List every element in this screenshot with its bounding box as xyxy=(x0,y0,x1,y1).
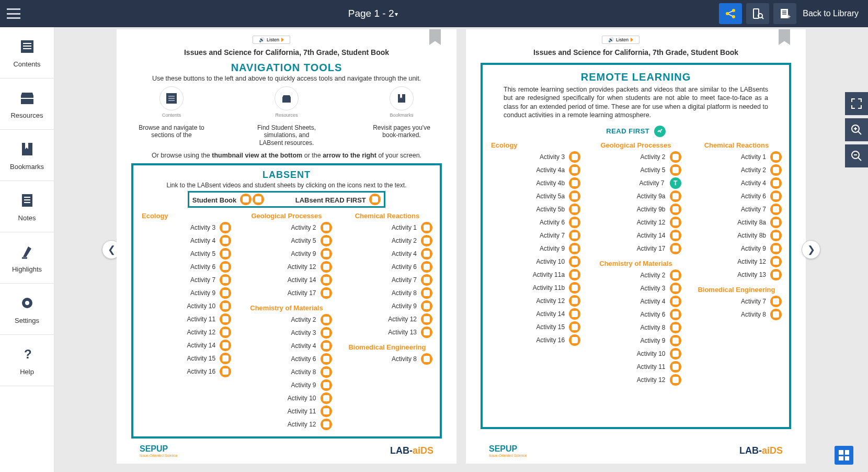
activity-link[interactable]: Activity 13 xyxy=(340,327,435,338)
link-icon[interactable] xyxy=(421,274,432,286)
link-icon[interactable] xyxy=(569,243,580,254)
tool-resources-icon[interactable] xyxy=(275,86,299,110)
activity-link[interactable]: Activity 9 xyxy=(588,335,683,346)
activity-link[interactable]: Activity 9 xyxy=(488,243,583,254)
link-icon[interactable] xyxy=(321,314,332,325)
activity-link[interactable]: Activity 8b xyxy=(689,230,784,241)
activity-link[interactable]: Activity 11 xyxy=(588,361,683,373)
link-icon[interactable] xyxy=(220,366,231,377)
activity-link[interactable]: Activity 9 xyxy=(139,287,233,299)
zoom-in-button[interactable] xyxy=(845,118,868,141)
link-icon[interactable] xyxy=(654,126,666,137)
activity-link[interactable]: Activity 12 xyxy=(488,295,583,307)
activity-link[interactable]: Activity 7 xyxy=(488,230,583,241)
link-icon[interactable] xyxy=(321,274,332,286)
link-icon[interactable] xyxy=(770,177,782,189)
link-icon[interactable] xyxy=(220,340,231,351)
activity-link[interactable]: Activity 2 xyxy=(588,269,683,281)
link-icon[interactable] xyxy=(670,335,681,346)
activity-link[interactable]: Activity 14 xyxy=(139,340,233,351)
link-icon[interactable] xyxy=(770,151,782,163)
link-icon[interactable] xyxy=(321,406,332,417)
link-icon[interactable] xyxy=(421,248,432,260)
activity-link[interactable]: Activity 3 xyxy=(239,327,334,339)
activity-link[interactable]: Activity 4 xyxy=(340,248,435,260)
book-search-button[interactable] xyxy=(746,3,769,24)
activity-link[interactable]: Activity 9 xyxy=(689,243,784,254)
activity-link[interactable]: Activity 2 xyxy=(239,314,334,325)
back-to-library-link[interactable]: Back to Library xyxy=(803,9,859,18)
activity-link[interactable]: Activity 6 xyxy=(588,309,683,320)
link-icon[interactable] xyxy=(569,217,580,228)
activity-link[interactable]: Activity 3 xyxy=(488,151,583,163)
link-icon[interactable] xyxy=(321,340,332,352)
activity-link[interactable]: Activity 11a xyxy=(488,269,583,280)
link-icon[interactable] xyxy=(670,269,681,281)
activity-link[interactable]: Activity 14 xyxy=(588,230,683,241)
link-icon[interactable] xyxy=(569,308,580,320)
link-icon[interactable] xyxy=(220,274,231,286)
activity-link[interactable]: Activity 6 xyxy=(689,190,784,202)
link-icon[interactable] xyxy=(670,309,681,320)
activity-link[interactable]: Activity 4a xyxy=(488,164,583,176)
activity-link[interactable]: Activity 11 xyxy=(239,406,334,417)
link-icon[interactable] xyxy=(421,313,432,325)
link-icon[interactable] xyxy=(770,269,782,280)
menu-button[interactable] xyxy=(0,0,27,27)
activity-link[interactable]: Activity 8a xyxy=(689,217,784,228)
link-icon[interactable] xyxy=(670,243,681,254)
activity-link[interactable]: Activity 17 xyxy=(239,287,334,299)
link-icon[interactable] xyxy=(321,419,332,430)
sidebar-item-resources[interactable]: Resources xyxy=(0,78,54,130)
activity-link[interactable]: Activity 2 xyxy=(340,235,435,246)
page-indicator[interactable]: Page 1 - 2▾ xyxy=(27,8,719,19)
fullscreen-button[interactable] xyxy=(845,92,868,115)
activity-link[interactable]: Activity 9 xyxy=(239,379,334,391)
link-icon[interactable] xyxy=(569,204,580,215)
link-icon[interactable] xyxy=(569,164,580,176)
link-icon[interactable] xyxy=(220,300,231,312)
activity-link[interactable]: Activity 7T xyxy=(588,177,683,189)
next-page-button[interactable]: ❯ xyxy=(802,240,820,259)
link-icon[interactable] xyxy=(321,222,332,233)
link-icon[interactable] xyxy=(569,151,580,163)
activity-link[interactable]: Activity 1 xyxy=(340,222,435,233)
activity-link[interactable]: Activity 15 xyxy=(488,321,583,333)
thumbnail-grid-button[interactable] xyxy=(835,446,853,465)
activity-link[interactable]: Activity 8 xyxy=(689,309,784,320)
link-icon[interactable] xyxy=(670,322,681,333)
activity-link[interactable]: Activity 11 xyxy=(139,313,233,325)
link-icon[interactable] xyxy=(770,217,782,228)
activity-link[interactable]: Activity 15 xyxy=(139,353,233,364)
link-icon[interactable] xyxy=(670,190,681,202)
activity-link[interactable]: Activity 7 xyxy=(689,204,784,215)
link-icon[interactable] xyxy=(220,313,231,325)
activity-link[interactable]: Activity 2 xyxy=(588,151,683,163)
bookmark-ribbon-icon[interactable] xyxy=(779,29,790,45)
link-icon[interactable] xyxy=(421,300,432,312)
link-icon[interactable] xyxy=(220,353,231,364)
share-button[interactable] xyxy=(719,3,742,24)
activity-link[interactable]: Activity 9 xyxy=(340,300,435,312)
activity-link[interactable]: Activity 10 xyxy=(588,348,683,359)
activity-link[interactable]: Activity 14 xyxy=(488,308,583,320)
link-icon[interactable] xyxy=(569,230,580,241)
link-icon[interactable] xyxy=(770,204,782,215)
link-icon[interactable] xyxy=(670,164,681,176)
link-icon[interactable] xyxy=(569,269,580,280)
activity-link[interactable]: Activity 8 xyxy=(340,287,435,299)
link-icon[interactable] xyxy=(220,248,231,260)
sidebar-item-bookmarks[interactable]: Bookmarks xyxy=(0,130,54,181)
activity-link[interactable]: Activity 5 xyxy=(239,235,334,246)
link-icon[interactable] xyxy=(770,190,782,202)
activity-link[interactable]: Activity 12 xyxy=(239,419,334,430)
link-icon[interactable] xyxy=(770,243,782,254)
activity-link[interactable]: Activity 10 xyxy=(488,256,583,267)
activity-link[interactable]: Activity 12 xyxy=(588,217,683,228)
link-icon[interactable] xyxy=(220,287,231,299)
activity-link[interactable]: Activity 6 xyxy=(239,353,334,365)
link-icon[interactable] xyxy=(321,366,332,378)
activity-link[interactable]: Activity 12 xyxy=(689,256,784,267)
activity-link[interactable]: Activity 14 xyxy=(239,274,334,286)
activity-link[interactable]: Activity 4 xyxy=(689,177,784,189)
